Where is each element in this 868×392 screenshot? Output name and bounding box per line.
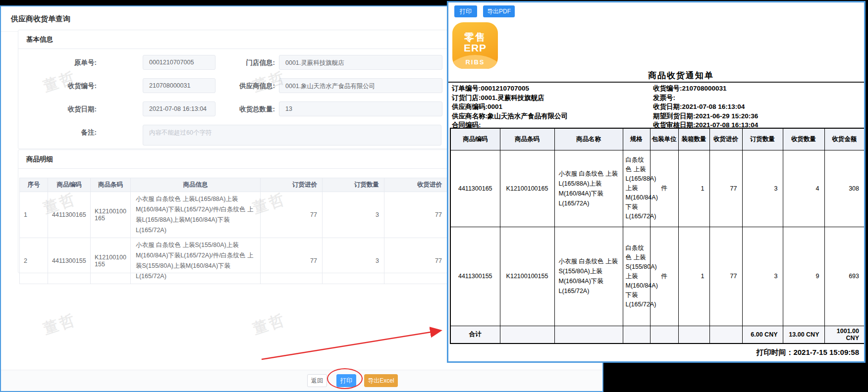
cell-box-qty: 1 (678, 227, 709, 326)
receipt-date-label: 收货日期: (653, 103, 682, 110)
receipt-date-field[interactable]: 2021-07-08 16:13:04 (143, 101, 216, 116)
supplier-name-value: 象山天浩水产食品有限公司 (488, 112, 568, 120)
cell-receive-price: 77 (384, 192, 447, 238)
col-receive-price: 收货进价 (709, 128, 742, 150)
col-unit: 包装单位 (650, 128, 678, 150)
receipt-no-field[interactable]: 210708000031 (143, 78, 216, 93)
print-time: 打印时间：2021-7-15 15:09:58 (756, 348, 859, 357)
cell-amount: 693 (824, 227, 865, 326)
empty-cell (709, 326, 742, 343)
col-code: 商品编码 (48, 178, 91, 192)
cell-spec: 白条纹色 上装L(165/88A)上装M(160/84A)下装L(165/72A… (623, 150, 650, 227)
original-no-label: 原单号: (18, 55, 97, 67)
document-title: 商品收货通知单 (648, 70, 714, 81)
cell-barcode: K12100100165 (500, 150, 554, 227)
document-rule (448, 82, 864, 83)
totals-amount: 1001.00 CNY (824, 326, 865, 343)
cell-seq: 1 (20, 192, 48, 238)
remark-textarea[interactable]: 内容不能超过60个字符 (143, 125, 441, 146)
watermark: 董哲 (250, 309, 288, 339)
empty-cell (678, 326, 709, 343)
expected-date-value: 2021-06-29 15:20:36 (696, 112, 759, 120)
empty-cell (554, 326, 623, 343)
receipt-no-value: 210708000031 (682, 85, 727, 92)
preview-print-button[interactable]: 打印 (454, 5, 477, 17)
cell-receive-price: 77 (709, 150, 742, 227)
cell-order-price: 77 (261, 192, 323, 238)
expected-date-label: 期望到货日期: (653, 112, 696, 120)
order-store-label: 订货门店: (452, 94, 481, 101)
totals-row: 合计 6.00 CNY 13.00 CNY 1001.00 CNY (450, 326, 865, 343)
cell-order-qty: 3 (742, 227, 783, 326)
watermark: 董哲 (41, 309, 79, 339)
supplier-name-label: 供应商名称: (452, 112, 488, 120)
cell-receive-price: 77 (384, 238, 447, 284)
receipt-no-label: 收货编号: (18, 78, 97, 91)
document-info-right: 收货编号:210708000031 发票号: 收货日期:2021-07-08 1… (653, 84, 758, 130)
supplier-info-field[interactable]: 0001.象山天浩水产食品有限公司 (279, 78, 442, 93)
col-barcode: 商品条码 (91, 178, 131, 192)
cell-barcode: K12100100165 (91, 192, 131, 238)
col-name: 商品名称 (554, 128, 623, 150)
order-no-value: 0001210707005 (481, 85, 530, 92)
store-info-label: 门店信息: (216, 55, 275, 67)
print-time-value: 2021-7-15 15:09:58 (793, 348, 859, 356)
cell-barcode: K12100100155 (91, 238, 131, 284)
col-info: 商品信息 (131, 178, 261, 192)
cell-order-price: 77 (261, 238, 323, 284)
print-time-label: 打印时间： (756, 348, 793, 356)
empty-cell (623, 326, 650, 343)
cell-receive-qty: 4 (783, 150, 824, 227)
order-no-label: 订单编号: (452, 85, 481, 92)
cell-barcode: K12100100155 (500, 227, 554, 326)
totals-receive-qty: 13.00 CNY (783, 326, 824, 343)
footer-action-bar: 返回 打印 导出Excel (1, 370, 602, 391)
cell-info: 小衣服 白条纹色 上装L(165/88A)上装M(160/84A)下装L(165… (131, 192, 261, 238)
page-title: 供应商收货单查询 (11, 14, 70, 24)
store-info-field[interactable]: 0001.灵蕨科技旗舰店 (279, 55, 442, 70)
total-qty-label: 收货总数量: (216, 101, 275, 114)
totals-label: 合计 (450, 326, 500, 343)
cell-info: 小衣服 白条纹色 上装S(155/80A)上装M(160/84A)下装L(165… (131, 238, 261, 284)
print-button[interactable]: 打印 (336, 374, 356, 387)
remark-label: 备注: (18, 125, 97, 137)
original-no-field[interactable]: 0001210707005 (143, 55, 216, 70)
receipt-date-value: 2021-07-08 16:13:04 (682, 103, 745, 110)
cell-name: 小衣服 白条纹色 上装L(165/88A)上装M(160/84A)下装L(165… (554, 150, 623, 227)
total-qty-field[interactable]: 13 (279, 101, 442, 116)
receipt-row: 4411300165 K12100100165 小衣服 白条纹色 上装L(165… (450, 150, 865, 227)
print-preview-panel: 打印 导出PDF 零售 ERP RIBS 商品收货通知单 订单编号:000121… (447, 1, 866, 363)
supplier-code-value: 0001 (488, 103, 502, 110)
empty-cell (650, 326, 678, 343)
col-amount: 收货金额 (824, 128, 865, 150)
supplier-info-label: 供应商信息: (216, 78, 275, 91)
cell-code: 4411300155 (450, 227, 500, 326)
cell-box-qty: 1 (678, 150, 709, 227)
cell-order-qty: 3 (323, 192, 384, 238)
col-seq: 序号 (20, 178, 48, 192)
document-info-left: 订单编号:0001210707005 订货门店:0001.灵蕨科技旗舰店 供应商… (452, 84, 568, 130)
invoice-no-label: 发票号: (653, 94, 675, 101)
cell-seq: 2 (20, 238, 48, 284)
erp-logo: 零售 ERP RIBS (452, 22, 498, 69)
back-button[interactable]: 返回 (307, 374, 327, 387)
col-box-qty: 装箱数量 (678, 128, 709, 150)
cell-receive-qty: 9 (783, 227, 824, 326)
cell-name: 小衣服 白条纹色 上装S(155/80A)上装M(160/84A)下装L(165… (554, 227, 623, 326)
receipt-notice-table: 商品编码 商品条码 商品名称 规格 包装单位 装箱数量 收货进价 订货数量 收货… (450, 128, 865, 344)
receipt-row: 4411300155 K12100100155 小衣服 白条纹色 上装S(155… (450, 227, 865, 326)
col-spec: 规格 (623, 128, 650, 150)
cell-amount: 308 (824, 150, 865, 227)
export-excel-button[interactable]: 导出Excel (364, 374, 398, 387)
receipt-date-label: 收货日期: (18, 101, 97, 114)
col-receive-price: 收货进价 (384, 178, 447, 192)
cell-code: 4411300155 (48, 238, 91, 284)
cell-receive-price: 77 (709, 227, 742, 326)
col-barcode: 商品条码 (500, 128, 554, 150)
cell-order-qty: 3 (323, 238, 384, 284)
col-order-qty: 订货数量 (742, 128, 783, 150)
logo-text-erp: ERP (452, 42, 498, 54)
totals-order-qty: 6.00 CNY (742, 326, 783, 343)
preview-export-pdf-button[interactable]: 导出PDF (483, 5, 515, 17)
logo-text-ribs: RIBS (452, 58, 498, 66)
